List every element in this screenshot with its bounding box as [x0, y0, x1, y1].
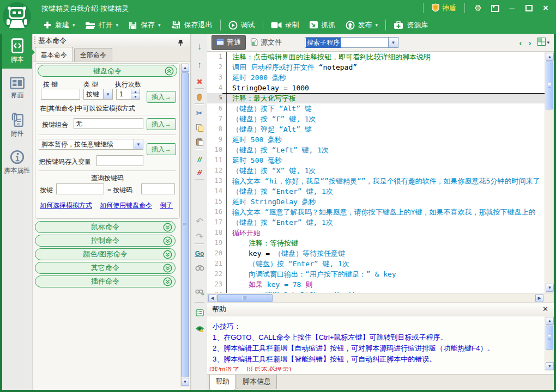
tab-basic-commands[interactable]: 基本命令: [35, 47, 73, 62]
maximize-button[interactable]: [524, 0, 534, 16]
nav-forward-icon[interactable]: ›: [528, 38, 531, 47]
code-line[interactable]: 4StringDelay = 1000: [207, 83, 554, 93]
nav-back-icon[interactable]: ‹: [519, 38, 522, 47]
code-line[interactable]: 23如果 key = 78 则: [207, 279, 554, 290]
insert-key-button[interactable]: 插入→: [147, 91, 176, 103]
key-type-select[interactable]: 按键 ▼: [83, 89, 113, 100]
mode-normal-button[interactable]: 普通: [211, 35, 246, 50]
spin-down-icon[interactable]: ▼: [131, 94, 140, 99]
code-line[interactable]: 2调用 启动程序或打开文件 “notepad”: [207, 62, 554, 72]
link-example[interactable]: 例子: [160, 201, 173, 210]
help-dismiss-link[interactable]: [我知道了，以后不必提示]: [207, 365, 545, 371]
close-icon[interactable]: ✕: [542, 303, 548, 315]
close-button[interactable]: ×: [541, 0, 551, 16]
code-line[interactable]: 8（键盘）弹起 “Alt” 键: [207, 124, 554, 134]
store-variable-input[interactable]: [96, 155, 143, 166]
redo-icon[interactable]: ↷: [194, 231, 205, 242]
save-button[interactable]: 保存▾: [123, 18, 166, 32]
pause-option-select[interactable]: 脚本暂停，按任意键继续 ▼: [39, 139, 143, 150]
sidebar-item-ui[interactable]: 界面: [2, 71, 32, 106]
capture-button[interactable]: 抓抓: [304, 18, 341, 32]
scroll-up-icon[interactable]: ▲: [181, 64, 189, 72]
cut-icon[interactable]: ✂: [194, 108, 205, 119]
code-editor[interactable]: 1注释：点击编辑界面的注释按钮，即可看到比较详细的脚本说明2调用 启动程序或打开…: [207, 52, 554, 293]
scroll-down-icon[interactable]: ▼: [546, 362, 554, 370]
code-line[interactable]: 10（键盘）按 “Left” 键, 1次: [207, 145, 554, 155]
group-mouse-commands[interactable]: 鼠标命令: [35, 221, 176, 233]
key-combo-input[interactable]: [74, 118, 143, 129]
undo-icon[interactable]: ↶: [194, 216, 205, 226]
scrollbar-thumb[interactable]: [546, 62, 553, 109]
find-icon[interactable]: [194, 262, 205, 273]
scroll-up-icon[interactable]: ▲: [546, 317, 554, 325]
scrollbar-thumb[interactable]: [181, 72, 189, 377]
collapse-chevron-icon[interactable]: [165, 66, 174, 79]
settings-gear-icon[interactable]: ⚙: [473, 0, 483, 16]
minimize-button[interactable]: ─: [507, 0, 517, 16]
code-line[interactable]: 7（键盘）按 “F” 键, 1次: [207, 114, 554, 124]
code-line[interactable]: 13输入文本 “hi，你好，我是“”按键精灵“”，我是个很有趣的软件，如果你愿意…: [207, 176, 554, 186]
tab-all-commands[interactable]: 全部命令: [74, 48, 112, 62]
copy-icon[interactable]: [194, 122, 205, 133]
goto-icon[interactable]: Go: [194, 248, 205, 259]
scroll-up-icon[interactable]: ▲: [546, 53, 554, 61]
tab-help[interactable]: 帮助: [209, 375, 235, 390]
key-input[interactable]: [41, 89, 80, 100]
save-exit-button[interactable]: 保存退出: [166, 18, 217, 32]
group-other-commands[interactable]: 其它命令: [35, 262, 176, 274]
code-line[interactable]: 18循环开始: [207, 228, 554, 238]
code-line[interactable]: 3延时 2000 毫秒: [207, 72, 554, 83]
open-button[interactable]: 打开▾: [80, 18, 124, 32]
code-line[interactable]: 1注释：点击编辑界面的注释按钮，即可看到比较详细的脚本说明: [207, 52, 554, 62]
spin-up-icon[interactable]: ▲: [131, 89, 140, 94]
scrollbar-thumb[interactable]: [217, 294, 273, 302]
chevron-down-icon[interactable]: ▼: [388, 38, 398, 47]
expand-chevron-icon[interactable]: [163, 236, 172, 249]
link-how-choose-sim[interactable]: 如何选择模拟方式: [40, 201, 92, 210]
layout-view-button[interactable]: ▾: [537, 38, 549, 47]
uncomment-icon[interactable]: //: [194, 167, 205, 177]
code-line[interactable]: 17（键盘）按 “Enter” 键, 1次: [207, 217, 554, 228]
code-line[interactable]: 20key = （键盘）等待按任意键: [207, 248, 554, 259]
repeat-count-stepper[interactable]: 1 ▲▼: [116, 89, 140, 100]
scroll-down-icon[interactable]: ▼: [546, 284, 554, 292]
comment-icon[interactable]: //: [194, 154, 205, 164]
move-down-icon[interactable]: ↓: [194, 41, 205, 52]
publish-button[interactable]: 发布▾: [341, 18, 383, 32]
paste-icon[interactable]: [194, 136, 205, 147]
code-line[interactable]: 15延时 StringDelay 毫秒: [207, 197, 554, 207]
expand-chevron-icon[interactable]: [163, 277, 172, 290]
record-button[interactable]: 录制: [266, 18, 304, 32]
code-line[interactable]: 16输入文本 “愿意了解我吗？如果愿意，请你按下键盘上的Y键，如果不喜欢我，那就…: [207, 207, 554, 217]
chevron-down-icon[interactable]: ▼: [103, 89, 112, 99]
group-plugin-commands[interactable]: 插件命令: [35, 275, 176, 287]
code-line[interactable]: 19注释：等待按键: [207, 238, 554, 248]
syntax-check-icon[interactable]: [194, 323, 205, 334]
code-line[interactable]: 21（键盘）按 “Enter” 键, 1次: [207, 259, 554, 269]
mode-source-button[interactable]: 源文件: [251, 38, 282, 47]
group-control-commands[interactable]: 控制命令: [35, 235, 176, 247]
window-menu-icon[interactable]: [490, 0, 500, 16]
code-line[interactable]: 5注释：最大化写字板›: [207, 93, 554, 103]
expand-chevron-icon[interactable]: [163, 264, 172, 276]
sidebar-item-attachment[interactable]: 附件: [2, 108, 32, 143]
keyboard-group-header[interactable]: 键盘命令: [38, 65, 177, 77]
shield-button[interactable]: 神盾: [432, 3, 456, 14]
sidebar-item-script-props[interactable]: 脚本属性: [2, 145, 32, 180]
drag-handle-icon[interactable]: [34, 36, 35, 45]
new-button[interactable]: 新建▾: [38, 18, 80, 32]
insert-combo-button[interactable]: 插入→: [147, 118, 176, 130]
todo-list-icon[interactable]: [194, 307, 205, 318]
link-how-use-keyboard[interactable]: 如何使用键盘命令: [100, 201, 152, 210]
subroutine-search-combobox[interactable]: 搜索子程序 ▼: [305, 37, 398, 48]
query-keycode-input[interactable]: [141, 183, 175, 194]
sidebar-item-script[interactable]: 脚本: [2, 34, 32, 69]
scroll-down-icon[interactable]: ▼: [181, 378, 189, 386]
scroll-left-icon[interactable]: ◀: [208, 294, 216, 302]
code-line[interactable]: 22向调试窗口输出：“用户按下的键是：” & key: [207, 269, 554, 279]
code-line[interactable]: 6（键盘）按下 “Alt” 键: [207, 103, 554, 114]
code-line[interactable]: 14（键盘）按 “Enter” 键, 1次: [207, 186, 554, 197]
scroll-right-icon[interactable]: ▶: [535, 294, 543, 302]
query-key-input[interactable]: [56, 183, 104, 194]
debug-button[interactable]: 调试: [223, 18, 260, 32]
